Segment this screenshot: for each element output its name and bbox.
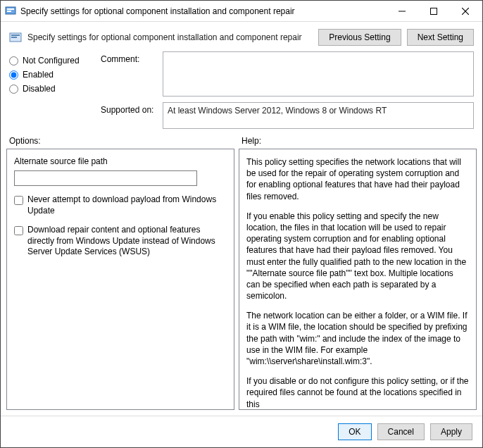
previous-setting-button[interactable]: Previous Setting	[318, 29, 401, 46]
comment-label: Comment:	[101, 51, 157, 64]
help-paragraph: If you enable this policy setting and sp…	[246, 211, 469, 302]
options-label: Options:	[9, 136, 242, 146]
radio-disabled[interactable]	[9, 85, 18, 94]
label-disabled: Disabled	[23, 84, 56, 94]
help-label: Help:	[242, 136, 474, 146]
alt-source-input[interactable]	[14, 170, 197, 186]
minimize-button[interactable]	[386, 1, 418, 21]
titlebar: Specify settings for optional component …	[1, 1, 482, 22]
next-setting-button[interactable]: Next Setting	[407, 29, 474, 46]
supported-on-box: At least Windows Server 2012, Windows 8 …	[163, 102, 474, 129]
help-paragraph: If you disable or do not configure this …	[246, 375, 469, 410]
cancel-button[interactable]: Cancel	[377, 423, 425, 440]
policy-icon	[9, 31, 22, 44]
help-paragraph: The network location can be either a fol…	[246, 310, 469, 367]
label-not-configured: Not Configured	[23, 56, 80, 66]
svg-rect-8	[11, 35, 20, 36]
svg-rect-2	[7, 11, 11, 12]
svg-rect-1	[7, 8, 14, 10]
supported-label: Supported on:	[101, 102, 157, 115]
help-pane[interactable]: This policy setting specifies the networ…	[239, 149, 477, 410]
maximize-button[interactable]	[418, 1, 449, 21]
label-directly-wu: Download repair content and optional fea…	[27, 225, 227, 258]
close-button[interactable]	[449, 1, 481, 21]
window-title: Specify settings for optional component …	[20, 6, 386, 16]
help-paragraph: This policy setting specifies the networ…	[246, 156, 469, 202]
svg-rect-4	[430, 8, 437, 14]
label-never-download: Never attempt to download payload from W…	[27, 194, 227, 216]
label-enabled: Enabled	[23, 70, 54, 80]
comment-textarea[interactable]	[163, 51, 474, 97]
header-subtitle: Specify settings for optional component …	[27, 32, 313, 42]
svg-rect-9	[11, 37, 17, 38]
options-pane: Alternate source file path Never attempt…	[6, 149, 234, 410]
checkbox-directly-wu[interactable]	[14, 226, 23, 235]
supported-on-value: At least Windows Server 2012, Windows 8 …	[168, 106, 387, 116]
ok-button[interactable]: OK	[338, 423, 371, 440]
header: Specify settings for optional component …	[1, 22, 482, 51]
radio-not-configured[interactable]	[9, 56, 18, 66]
checkbox-never-download[interactable]	[14, 196, 23, 205]
alt-source-label: Alternate source file path	[14, 156, 227, 166]
radio-enabled[interactable]	[9, 70, 18, 80]
apply-button[interactable]: Apply	[430, 423, 472, 440]
dialog-footer: OK Cancel Apply	[1, 416, 482, 447]
app-icon	[5, 6, 16, 17]
